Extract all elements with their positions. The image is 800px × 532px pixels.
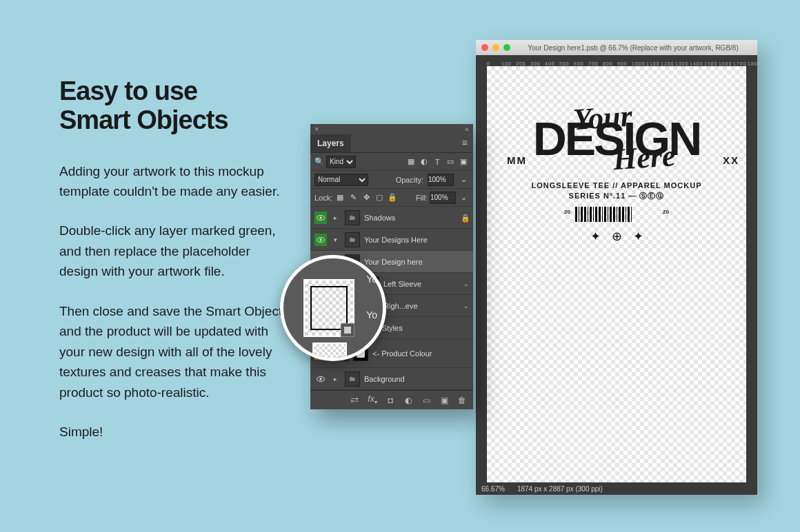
layer-name[interactable]: Shadows [364,214,457,222]
ruler-tick: 0 [487,61,501,66]
delete-layer-icon[interactable]: 🗑 [457,396,468,405]
lock-transparent-icon[interactable]: ▦ [334,192,346,203]
ruler-tick: 1000 [632,61,646,66]
layer-row[interactable]: ▸🖿Shadows🔒 [310,207,473,229]
scrollbar-vertical[interactable] [746,66,757,482]
filter-shape-icon[interactable]: ▭ [445,156,456,167]
ruler-tick: 500 [559,61,574,66]
blend-mode-select[interactable]: Normal [314,174,368,186]
disclosure-triangle-icon[interactable]: ▾ [334,236,341,243]
fill-chevron-icon[interactable]: ⌄ [458,192,469,203]
panel-top-bar[interactable]: × « [310,124,473,134]
visibility-eye-icon[interactable] [317,236,325,244]
panel-collapse-icon[interactable]: « [465,125,469,133]
ruler-tick: 700 [588,61,603,66]
magnified-text-fragment: Yo [366,309,377,320]
artwork-subtitle-1: LONGSLEEVE TEE // APPAREL MOCKUP [532,181,702,190]
layer-name[interactable]: Background [364,375,469,383]
lock-artboard-icon[interactable]: ▢ [374,192,385,203]
disclosure-triangle-icon[interactable]: ▸ [334,214,341,221]
ruler-tick: 1500 [704,61,719,66]
artwork-icon-row: ✦ ⊕ ✦ [590,229,643,244]
ruler-tick: 1300 [675,61,690,66]
opacity-input[interactable] [428,174,454,186]
filter-kind-select[interactable]: Kind [326,156,356,168]
layer-name[interactable]: Your Design here [364,258,469,266]
magnified-thumbnail-below [312,342,347,361]
layer-style-icon[interactable]: fx▾ [367,394,378,405]
svg-point-1 [319,216,322,219]
status-bar: 66.67% 1874 px x 2887 px (300 ppi) [476,482,757,495]
folder-icon: 🖿 [345,210,360,225]
fill-input[interactable] [430,192,456,204]
new-layer-icon[interactable]: ▣ [439,396,450,405]
ruler-tick: 900 [617,61,632,66]
search-icon[interactable]: 🔍 [314,157,324,166]
visibility-eye-icon[interactable] [317,214,325,222]
filter-smart-icon[interactable]: ▣ [458,156,469,167]
layers-tab[interactable]: Layers [310,134,351,152]
panel-footer: ⮂ fx▾ ◘ ◐ ▭ ▣ 🗑 [310,390,473,409]
traffic-light-close-icon[interactable] [481,44,488,51]
globe-icon: ⊕ [612,229,622,244]
heading-line-1: Easy to use [59,76,197,105]
status-zoom[interactable]: 66.67% [481,485,505,493]
ruler-vertical[interactable] [476,66,487,482]
status-dimensions: 1874 px x 2887 px (300 ppi) [517,485,603,493]
svg-point-15 [319,378,322,380]
lock-image-icon[interactable]: ✎ [348,192,359,203]
visibility-eye-icon[interactable] [317,375,325,383]
chevron-down-icon[interactable]: ⌄ [461,280,469,287]
document-canvas[interactable]: MM XX Your DESIGN Here LONGSLEEVE TEE //… [487,66,746,482]
new-group-icon[interactable]: ▭ [421,396,432,405]
panel-menu-icon[interactable]: ≡ [462,137,468,152]
ruler-horizontal[interactable]: 0100200300400500600700800900100011001200… [476,55,757,66]
paragraph-4: Simple! [59,422,287,442]
paragraph-1: Adding your artwork to this mockup templ… [59,161,287,202]
lock-fill-row: Lock: ▦ ✎ ✥ ▢ 🔒 Fill: ⌄ [310,189,473,207]
fill-label: Fill: [416,194,428,202]
filter-pixel-icon[interactable]: ▦ [406,156,417,167]
traffic-light-zoom-icon[interactable] [503,44,510,51]
visibility-toggle[interactable] [314,234,327,246]
traffic-light-minimize-icon[interactable] [492,44,499,51]
artwork-xx: XX [723,154,739,166]
lock-position-icon[interactable]: ✥ [361,192,372,203]
heading: Easy to use Smart Objects [59,77,287,135]
layer-name[interactable]: Your Designs Here [364,236,469,244]
placeholder-artwork: MM XX Your DESIGN Here LONGSLEEVE TEE //… [487,66,746,244]
heading-line-2: Smart Objects [59,105,228,134]
link-layers-icon[interactable]: ⮂ [349,396,360,405]
layer-row[interactable]: ▸🖿Background [310,368,473,390]
chevron-down-icon[interactable]: ⌄ [461,303,469,309]
document-title: Your Design here1.psb @ 66.7% (Replace w… [514,44,752,52]
layer-row[interactable]: ▾🖿Your Designs Here [310,229,473,251]
layer-name[interactable]: <- Product Colour [372,349,469,358]
layer-name[interactable]: Left Sleeve [383,280,457,288]
layer-name[interactable]: Righ...eve [383,302,457,310]
new-adjustment-icon[interactable]: ◐ [403,396,414,405]
filter-type-icon[interactable]: T [432,156,443,167]
ruler-tick: 1600 [719,61,733,66]
photoshop-document-window: Your Design here1.psb @ 66.7% (Replace w… [476,40,757,495]
opacity-label: Opacity: [396,176,423,184]
barcode-icon [575,207,658,222]
artwork-script-top: Your [572,98,634,137]
visibility-toggle[interactable] [314,373,327,385]
window-titlebar[interactable]: Your Design here1.psb @ 66.7% (Replace w… [476,40,757,55]
filter-adjust-icon[interactable]: ◐ [419,156,430,167]
add-mask-icon[interactable]: ◘ [385,396,396,405]
smart-object-thumbnail[interactable] [303,279,354,337]
opacity-chevron-icon[interactable]: ⌄ [458,174,469,185]
visibility-toggle[interactable] [314,212,327,224]
lock-all-icon[interactable]: 🔒 [387,192,398,203]
sparkle-icon: ✦ [633,229,643,244]
lock-icon[interactable]: 🔒 [461,214,469,222]
disclosure-triangle-icon[interactable]: ▸ [334,376,341,382]
ruler-tick: 1200 [661,61,675,66]
ruler-tick: 300 [530,61,545,66]
folder-icon: 🖿 [345,232,360,247]
panel-close-icon[interactable]: × [314,125,319,133]
folder-icon: 🖿 [345,371,360,387]
svg-point-3 [319,238,322,241]
